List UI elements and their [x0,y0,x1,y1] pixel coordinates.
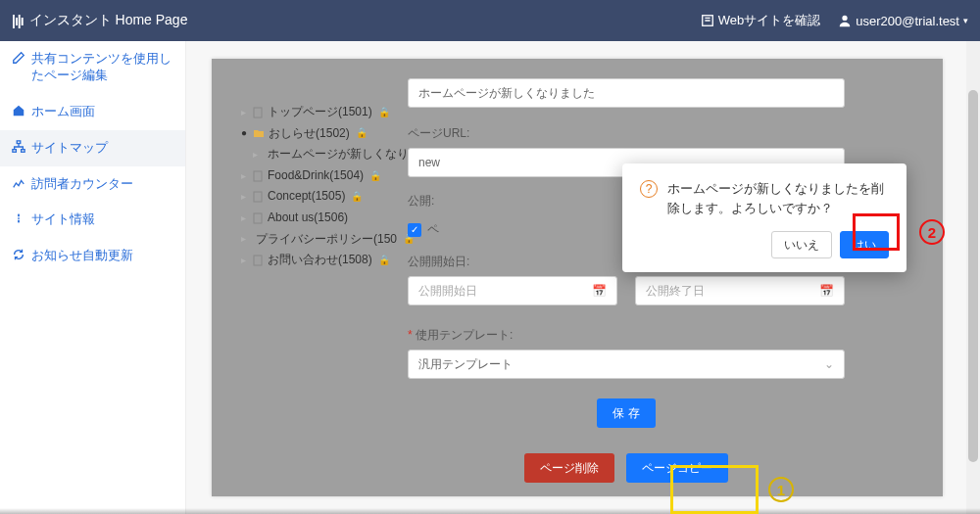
svg-rect-8 [254,108,262,117]
page-tree: ▸トップページ(1501)🔒 ●おしらせ(1502)🔒 ▸ホームページが新しくな… [229,102,396,271]
tree-item[interactable]: ▸お問い合わせ(1508)🔒 [229,250,396,271]
save-button[interactable]: 保 存 [597,398,655,428]
folder-icon [253,127,265,139]
svg-rect-7 [18,220,20,223]
app-header: |ı|ı インスタント Home Page Webサイトを確認 user200@… [0,0,980,41]
info-icon [12,211,25,225]
calendar-icon: 📅 [592,284,607,298]
checkbox-icon: ✓ [408,223,421,237]
svg-rect-11 [254,192,262,202]
tree-item[interactable]: ▸Food&Drink(1504)🔒 [229,165,396,187]
tree-item-folder[interactable]: ●おしらせ(1502)🔒 [229,123,396,145]
delete-page-button[interactable]: ページ削除 [524,453,614,483]
lock-icon: 🔒 [378,104,390,121]
sidebar-item-autoupdate[interactable]: お知らせ自動更新 [0,238,185,274]
end-date-input[interactable]: 公開終了日 📅 [635,276,845,305]
page-canvas: ▸トップページ(1501)🔒 ●おしらせ(1502)🔒 ▸ホームページが新しくな… [212,59,943,496]
page-icon [252,191,264,203]
svg-point-5 [18,218,20,220]
modal-yes-button[interactable]: はい [840,231,889,258]
tree-item[interactable]: ▸トップページ(1501)🔒 [229,102,396,123]
logo-icon: |ı|ı [12,13,24,28]
calendar-icon: 📅 [819,284,834,298]
brand: |ı|ı インスタント Home Page [12,12,187,29]
page-icon [252,212,264,224]
page-icon [252,107,264,118]
user-icon [838,14,852,27]
tree-item[interactable]: ▸ホームページが新しくなり [229,144,396,165]
bottom-shadow [0,508,980,514]
sidebar-item-siteinfo[interactable]: サイト情報 [0,202,185,238]
sidebar-item-home[interactable]: ホーム画面 [0,94,185,130]
callout-2-number: 2 [919,219,945,245]
svg-rect-4 [22,149,25,152]
copy-page-button[interactable]: ページコピー [626,453,728,483]
url-label: ページURL: [408,125,845,142]
sidebar-item-counter[interactable]: 訪問者カウンター [0,166,185,203]
sidebar-item-sitemap[interactable]: サイトマップ [0,130,185,166]
lock-icon: 🔒 [351,188,363,206]
brand-text: インスタント Home Page [29,12,188,29]
svg-rect-10 [254,171,262,181]
lock-icon: 🔒 [369,167,381,185]
lock-icon: 🔒 [356,124,368,142]
tree-item[interactable]: ▸About us(1506) [229,208,396,229]
template-select[interactable]: 汎用テンプレート ⌄ [408,350,845,379]
external-icon [701,14,714,27]
modal-no-button[interactable]: いいえ [771,231,832,258]
template-label: * 使用テンプレート: [408,327,845,344]
page-icon [252,170,264,182]
callout-1-number: 1 [768,477,794,502]
start-date-input[interactable]: 公開開始日 📅 [408,276,617,305]
svg-rect-6 [18,214,20,217]
lock-icon: 🔒 [378,252,390,269]
home-icon [12,104,25,117]
svg-rect-14 [254,256,262,265]
question-icon: ? [640,180,658,198]
tree-item[interactable]: ▸Concept(1505)🔒 [229,186,396,208]
sidebar-item-shared-content[interactable]: 共有コンテンツを使用したページ編集 [0,41,185,94]
sitemap-icon [12,140,25,154]
tree-item[interactable]: ▸プライバシーポリシー(150🔒 [229,229,396,251]
svg-rect-3 [13,149,17,152]
svg-rect-12 [254,213,262,223]
page-title-input[interactable]: ホームページが新しくなりました [408,78,845,108]
svg-point-1 [843,16,848,21]
user-menu[interactable]: user200@trial.test ▾ [838,14,968,28]
chevron-down-icon: ⌄ [824,357,834,371]
check-website-link[interactable]: Webサイトを確認 [701,12,821,29]
svg-rect-2 [17,141,21,144]
content-area: ▸トップページ(1501)🔒 ●おしらせ(1502)🔒 ▸ホームページが新しくな… [186,41,980,514]
chevron-down-icon: ▾ [963,16,968,25]
confirm-modal: ? ホームページが新しくなりましたを削除します。よろしいですか？ いいえ はい [622,164,906,272]
page-icon [252,255,264,266]
start-date-label: 公開開始日: [408,254,617,270]
scrollbar[interactable] [966,41,980,514]
refresh-icon [12,248,25,261]
edit-icon [12,51,25,65]
modal-text: ホームページが新しくなりましたを削除します。よろしいですか？ [667,179,889,217]
counter-icon [12,176,25,190]
sidebar: 共有コンテンツを使用したページ編集 ホーム画面 サイトマップ 訪問者カウンター … [0,41,186,514]
